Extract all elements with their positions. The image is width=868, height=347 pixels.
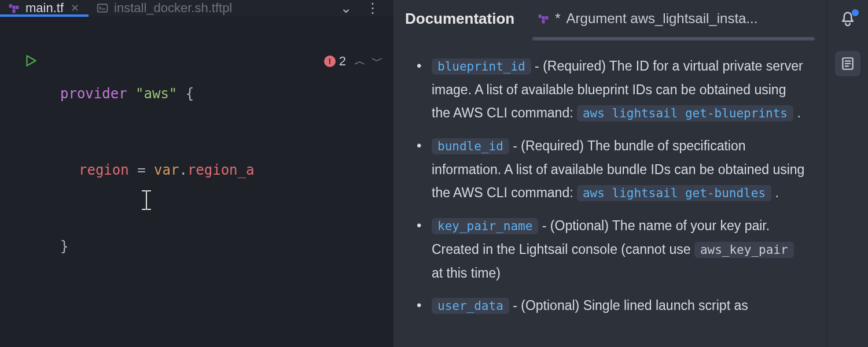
right-toolbar — [826, 0, 868, 347]
param-chip: blueprint_id — [432, 58, 531, 75]
kebab-menu-icon[interactable]: ⋮ — [366, 0, 380, 16]
doc-crumb-text: Argument aws_lightsail_insta... — [567, 10, 758, 27]
svg-rect-1 — [13, 6, 16, 9]
command-chip: aws_key_pair — [694, 242, 794, 258]
doc-item-blueprint-id: blueprint_id - (Required) The ID for a v… — [414, 54, 806, 125]
doc-item-user-data: user_data - (Optional) Single lined laun… — [414, 294, 806, 318]
svg-rect-3 — [13, 10, 16, 13]
svg-rect-5 — [539, 14, 542, 18]
code-token: region_a — [187, 157, 255, 183]
tab-label: install_docker.sh.tftpl — [114, 1, 232, 16]
svg-rect-0 — [9, 4, 12, 8]
doc-required: (Optional) — [521, 298, 579, 313]
doc-required: (Required) — [521, 138, 584, 153]
command-chip: aws lightsail get-blueprints — [577, 105, 793, 121]
code-token: } — [60, 234, 68, 259]
doc-required: (Optional) — [550, 218, 609, 233]
tab-bar: main.tf ✕ install_docker.sh.tftpl ⌄ ⋮ — [0, 0, 393, 16]
close-icon[interactable]: ✕ — [69, 1, 80, 16]
doc-desc: Single lined launch script as — [583, 298, 748, 313]
param-chip: key_pair_name — [432, 218, 538, 234]
code-token: region — [79, 157, 129, 183]
doc-tail: . — [797, 105, 800, 120]
terminal-icon — [97, 2, 108, 14]
svg-rect-8 — [542, 20, 545, 24]
doc-item-key-pair-name: key_pair_name - (Optional) The name of y… — [414, 214, 806, 285]
notifications-button[interactable] — [839, 10, 856, 30]
doc-content[interactable]: blueprint_id - (Required) The ID for a v… — [393, 40, 826, 327]
code-token: var — [154, 157, 179, 183]
doc-text: - — [513, 138, 521, 153]
terraform-icon — [538, 13, 549, 24]
doc-text: - — [542, 218, 550, 233]
svg-rect-7 — [546, 16, 549, 20]
code-token: provider — [60, 81, 127, 106]
code-token: . — [179, 157, 187, 183]
doc-text: - — [535, 58, 543, 73]
doc-text: - — [513, 298, 521, 313]
tab-overflow-controls: ⌄ ⋮ — [340, 0, 393, 16]
doc-tail: at this time) — [432, 265, 501, 280]
doc-header: Documentation * Argument aws_lightsail_i… — [393, 0, 826, 37]
doc-required: (Required) — [543, 58, 606, 73]
code-token: "aws" — [135, 81, 177, 106]
param-chip: bundle_id — [432, 138, 509, 154]
svg-rect-6 — [542, 16, 545, 20]
code-editor[interactable]: provider "aws" { region = var.region_a }… — [0, 16, 393, 347]
tab-main-tf[interactable]: main.tf ✕ — [0, 0, 89, 16]
documentation-pane: Documentation * Argument aws_lightsail_i… — [393, 0, 826, 347]
documentation-tool-button[interactable] — [835, 51, 860, 76]
notification-dot-icon — [852, 9, 859, 16]
doc-item-bundle-id: bundle_id - (Required) The bundle of spe… — [414, 134, 806, 205]
doc-crumb-modified: * — [555, 10, 560, 27]
command-chip: aws lightsail get-bundles — [577, 185, 771, 201]
editor-pane: main.tf ✕ install_docker.sh.tftpl ⌄ ⋮ ! … — [0, 0, 393, 347]
param-chip: user_data — [432, 298, 509, 314]
doc-tail: . — [775, 185, 778, 200]
tab-install-docker[interactable]: install_docker.sh.tftpl — [89, 0, 240, 16]
svg-rect-2 — [16, 6, 19, 9]
doc-title: Documentation — [405, 10, 514, 28]
doc-breadcrumb[interactable]: * Argument aws_lightsail_insta... — [538, 10, 757, 27]
code-token: = — [129, 157, 154, 183]
chevron-down-icon[interactable]: ⌄ — [340, 0, 352, 16]
tab-label: main.tf — [25, 1, 64, 16]
svg-rect-4 — [98, 4, 108, 12]
terraform-icon — [8, 2, 20, 14]
code-token: { — [186, 81, 194, 106]
